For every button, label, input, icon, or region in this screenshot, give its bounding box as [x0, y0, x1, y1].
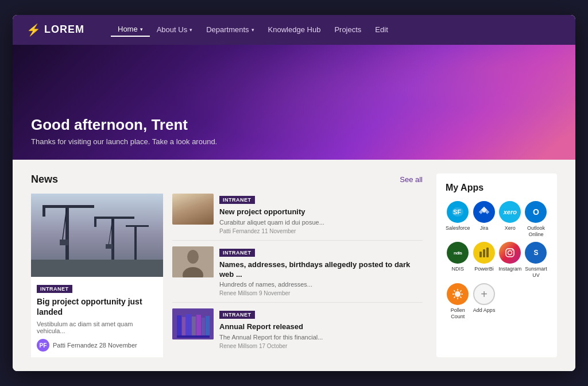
news-item-title-0: New project opportunity	[219, 207, 423, 217]
news-list: INTRANET New project opportunity Curabit…	[172, 194, 423, 357]
news-item[interactable]: INTRANET Names, addresses, birthdays all…	[172, 241, 423, 303]
sunsmart-label: Sunsmart UV	[524, 266, 548, 279]
app-add[interactable]: + Add Apps	[473, 283, 496, 320]
apps-grid: SF Salesforce Jira	[446, 201, 548, 320]
svg-rect-25	[177, 335, 210, 338]
app-instagram[interactable]: Instagram	[498, 242, 522, 279]
svg-rect-6	[60, 240, 68, 245]
news-item-image-2	[172, 308, 214, 339]
svg-rect-9	[94, 217, 96, 227]
svg-rect-4	[42, 205, 45, 217]
nav-knowledge-hub[interactable]: Knowledge Hub	[261, 23, 328, 36]
featured-title: Big project opportunity just landed	[37, 296, 157, 317]
news-item-title-1: Names, addresses, birthdays allegedly po…	[219, 260, 423, 280]
featured-badge: INTRANET	[37, 285, 72, 293]
svg-point-32	[508, 251, 512, 255]
news-item-body-1: INTRANET Names, addresses, birthdays all…	[219, 246, 423, 297]
app-ndis[interactable]: ndis NDIS	[446, 242, 470, 279]
news-title: News	[31, 173, 58, 186]
chevron-down-icon: ▾	[189, 27, 192, 33]
svg-rect-3	[42, 205, 94, 208]
instagram-label: Instagram	[498, 266, 521, 272]
hero-subtitle: Thanks for visiting our launch place. Ta…	[31, 137, 217, 146]
salesforce-label: Salesforce	[446, 225, 470, 231]
hero-banner: Good afternoon, Trent Thanks for visitin…	[13, 45, 575, 160]
nav-edit[interactable]: Edit	[368, 23, 394, 36]
svg-point-34	[455, 291, 461, 297]
news-item-badge-1: INTRANET	[219, 249, 255, 257]
news-section-header: News See all	[31, 173, 423, 186]
pollen-icon	[447, 283, 469, 305]
jira-icon	[473, 201, 495, 223]
featured-body: INTRANET Big project opportunity just la…	[31, 277, 163, 357]
nav-projects[interactable]: Projects	[327, 23, 368, 36]
svg-line-41	[461, 291, 462, 292]
featured-excerpt: Vestibulum ac diam sit amet quam vehicul…	[37, 321, 157, 334]
see-all-link[interactable]: See all	[400, 175, 423, 184]
news-item-image-0	[172, 194, 214, 225]
app-powerbi[interactable]: PowerBi	[473, 242, 496, 279]
svg-line-40	[461, 296, 462, 298]
apps-section: My Apps SF Salesforce	[436, 173, 557, 357]
svg-line-39	[454, 291, 455, 292]
apps-title: My Apps	[446, 183, 548, 193]
logo-icon: ⚡	[26, 23, 41, 37]
news-item-excerpt-2: The Annual Report for this financial...	[219, 334, 423, 341]
browser-frame: ⚡ LOREM Home ▾ About Us ▾ Departments ▾ …	[13, 15, 575, 371]
app-outlook[interactable]: O Outlook Online	[524, 201, 548, 238]
powerbi-label: PowerBi	[474, 266, 494, 272]
nav-home[interactable]: Home ▾	[111, 22, 150, 37]
nav-about[interactable]: About Us ▾	[150, 23, 199, 36]
app-xero[interactable]: xero Xero	[498, 201, 522, 238]
svg-rect-23	[202, 318, 205, 335]
news-item-meta-1: Renee Millsom 9 November	[219, 290, 423, 296]
svg-rect-19	[182, 317, 185, 335]
news-item-excerpt-0: Curabitur aliquet quam id dui posue...	[219, 219, 423, 226]
news-item[interactable]: INTRANET Annual Report released The Annu…	[172, 303, 423, 355]
main-content: News See all	[13, 160, 575, 371]
news-section: News See all	[31, 173, 423, 357]
sunsmart-icon: S	[525, 242, 547, 264]
svg-rect-11	[106, 244, 113, 249]
logo-text: LOREM	[44, 24, 84, 36]
news-featured-card[interactable]: INTRANET Big project opportunity just la…	[31, 194, 163, 357]
nav-departments[interactable]: Departments ▾	[199, 23, 261, 36]
news-item-badge-0: INTRANET	[219, 196, 255, 204]
chevron-down-icon: ▾	[140, 26, 143, 32]
instagram-icon	[499, 242, 521, 264]
xero-icon: xero	[499, 201, 521, 223]
svg-rect-28	[479, 252, 482, 257]
svg-rect-12	[134, 225, 137, 260]
ndis-icon: ndis	[447, 242, 469, 264]
add-apps-button[interactable]: +	[473, 283, 495, 305]
svg-rect-18	[177, 315, 181, 335]
powerbi-icon	[473, 242, 495, 264]
nav-links: Home ▾ About Us ▾ Departments ▾ Knowledg…	[111, 22, 395, 37]
svg-rect-8	[94, 217, 134, 219]
pollen-label: Pollen Count	[446, 307, 470, 320]
app-jira[interactable]: Jira	[473, 201, 496, 238]
svg-point-15	[187, 250, 199, 264]
featured-author-name: Patti Fernandez 28 November	[53, 342, 137, 349]
svg-rect-1	[31, 260, 163, 277]
news-item-meta-0: Patti Fernandez 11 November	[219, 228, 423, 234]
xero-label: Xero	[505, 225, 516, 231]
app-pollen[interactable]: Pollen Count	[446, 283, 470, 320]
author-avatar: PF	[37, 339, 49, 352]
news-item-badge-2: INTRANET	[219, 311, 255, 319]
news-grid: INTRANET Big project opportunity just la…	[31, 194, 423, 357]
app-salesforce[interactable]: SF Salesforce	[446, 201, 470, 238]
news-item-excerpt-1: Hundreds of names, addresses...	[219, 281, 423, 288]
news-item-body-2: INTRANET Annual Report released The Annu…	[219, 308, 423, 349]
news-item[interactable]: INTRANET New project opportunity Curabit…	[172, 194, 423, 241]
navigation-bar: ⚡ LOREM Home ▾ About Us ▾ Departments ▾ …	[13, 15, 575, 45]
news-item-image-1	[172, 246, 214, 277]
news-item-body-0: INTRANET New project opportunity Curabit…	[219, 194, 423, 234]
featured-author-row: PF Patti Fernandez 28 November	[37, 339, 157, 352]
site-logo[interactable]: ⚡ LOREM	[26, 23, 84, 37]
svg-point-33	[512, 250, 513, 251]
app-sunsmart[interactable]: S Sunsmart UV	[524, 242, 548, 279]
outlook-label: Outlook Online	[527, 225, 545, 238]
svg-line-42	[454, 296, 455, 298]
news-item-meta-2: Renee Millsom 17 October	[219, 343, 423, 349]
